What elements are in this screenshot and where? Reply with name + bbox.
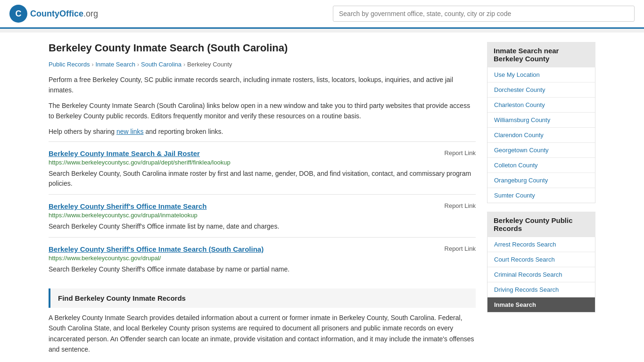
description-1: Perform a free Berkeley County, SC publi… xyxy=(49,74,476,96)
desc3-post: and reporting broken links. xyxy=(144,128,223,135)
page-title: Berkeley County Inmate Search (South Car… xyxy=(49,42,476,54)
clarendon-link[interactable]: Clarendon County xyxy=(487,128,595,142)
find-section-desc: A Berkeley County Inmate Search provides… xyxy=(49,313,476,355)
sumter-link[interactable]: Sumter County xyxy=(487,188,595,203)
sidebar-item-orangeburg[interactable]: Orangeburg County xyxy=(487,173,595,188)
arrest-records-link[interactable]: Arrest Records Search xyxy=(487,237,595,252)
result-item-2: Berkeley County Sheriff's Office Inmate … xyxy=(49,194,476,237)
sidebar-item-criminal-records[interactable]: Criminal Records Search xyxy=(487,267,595,282)
georgetown-link[interactable]: Georgetown County xyxy=(487,143,595,157)
description-2: The Berkeley County Inmate Search (South… xyxy=(49,100,476,122)
logo-icon: C xyxy=(9,5,27,23)
new-links-link[interactable]: new links xyxy=(116,128,144,135)
result-item-1: Berkeley County Inmate Search & Jail Ros… xyxy=(49,141,476,194)
result-item-3: Berkeley County Sheriff's Office Inmate … xyxy=(49,237,476,280)
result-header-1: Berkeley County Inmate Search & Jail Ros… xyxy=(49,149,476,157)
subheader-bar xyxy=(0,29,644,33)
sidebar-item-court-records[interactable]: Court Records Search xyxy=(487,252,595,267)
sidebar-item-colleton[interactable]: Colleton County xyxy=(487,158,595,173)
result-desc-3: Search Berkeley County Sheriff's Office … xyxy=(49,264,476,274)
logo[interactable]: C CountyOffice.org xyxy=(9,5,98,23)
breadcrumb-current: Berkeley County xyxy=(187,61,232,68)
page-layout: Berkeley County Inmate Search (South Car… xyxy=(39,33,605,362)
sidebar-public-records-header: Berkeley County Public Records xyxy=(487,212,595,237)
report-link-3[interactable]: Report Link xyxy=(445,245,476,252)
sidebar: Inmate Search near Berkeley County Use M… xyxy=(487,42,595,355)
breadcrumb-sep-1: › xyxy=(91,61,93,68)
result-title-3[interactable]: Berkeley County Sheriff's Office Inmate … xyxy=(49,245,264,253)
result-url-3[interactable]: https://www.berkeleycountysc.gov/drupal/ xyxy=(49,255,476,262)
result-title-2[interactable]: Berkeley County Sheriff's Office Inmate … xyxy=(49,202,206,210)
court-records-link[interactable]: Court Records Search xyxy=(487,252,595,267)
sidebar-item-arrest-records[interactable]: Arrest Records Search xyxy=(487,237,595,252)
sidebar-item-clarendon[interactable]: Clarendon County xyxy=(487,128,595,143)
sidebar-public-records-list: Arrest Records Search Court Records Sear… xyxy=(487,237,595,313)
inmate-search-link[interactable]: Inmate Search xyxy=(487,297,595,312)
driving-records-link[interactable]: Driving Records Search xyxy=(487,282,595,297)
report-link-2[interactable]: Report Link xyxy=(445,202,476,209)
breadcrumb-inmate-search[interactable]: Inmate Search xyxy=(95,61,135,68)
sidebar-item-georgetown[interactable]: Georgetown County xyxy=(487,143,595,158)
sidebar-item-charleston[interactable]: Charleston County xyxy=(487,98,595,113)
dorchester-link[interactable]: Dorchester County xyxy=(487,82,595,97)
sidebar-public-records-section: Berkeley County Public Records Arrest Re… xyxy=(487,212,595,313)
colleton-link[interactable]: Colleton County xyxy=(487,158,595,173)
sidebar-nearby-list: Use My Location Dorchester County Charle… xyxy=(487,67,595,203)
sidebar-item-sumter[interactable]: Sumter County xyxy=(487,188,595,203)
breadcrumb-public-records[interactable]: Public Records xyxy=(49,61,90,68)
result-url-1[interactable]: https://www.berkeleycountysc.gov/drupal/… xyxy=(49,159,476,166)
result-desc-1: Search Berkeley County, South Carolina i… xyxy=(49,169,476,189)
sidebar-nearby-header: Inmate Search near Berkeley County xyxy=(487,42,595,67)
main-content: Berkeley County Inmate Search (South Car… xyxy=(49,42,476,355)
williamsburg-link[interactable]: Williamsburg County xyxy=(487,113,595,127)
criminal-records-link[interactable]: Criminal Records Search xyxy=(487,267,595,282)
result-desc-2: Search Berkeley County Sheriff's Office … xyxy=(49,222,476,231)
search-bar[interactable] xyxy=(333,6,635,22)
report-link-1[interactable]: Report Link xyxy=(445,149,476,156)
search-input[interactable] xyxy=(333,6,635,22)
breadcrumb: Public Records › Inmate Search › South C… xyxy=(49,61,476,68)
sidebar-item-driving-records[interactable]: Driving Records Search xyxy=(487,282,595,297)
charleston-link[interactable]: Charleston County xyxy=(487,98,595,112)
result-header-3: Berkeley County Sheriff's Office Inmate … xyxy=(49,245,476,253)
sidebar-item-inmate-search[interactable]: Inmate Search xyxy=(487,297,595,312)
breadcrumb-south-carolina[interactable]: South Carolina xyxy=(141,61,182,68)
breadcrumb-sep-3: › xyxy=(183,61,185,68)
description-3: Help others by sharing new links and rep… xyxy=(49,126,476,137)
desc3-pre: Help others by sharing xyxy=(49,128,116,135)
result-url-2[interactable]: https://www.berkeleycountysc.gov/drupal/… xyxy=(49,212,476,219)
use-location-link[interactable]: Use My Location xyxy=(487,67,595,82)
sidebar-item-williamsburg[interactable]: Williamsburg County xyxy=(487,113,595,128)
svg-text:C: C xyxy=(16,9,22,18)
result-title-1[interactable]: Berkeley County Inmate Search & Jail Ros… xyxy=(49,149,200,157)
logo-text: CountyOffice.org xyxy=(30,9,98,19)
sidebar-item-use-location[interactable]: Use My Location xyxy=(487,67,595,82)
result-header-2: Berkeley County Sheriff's Office Inmate … xyxy=(49,202,476,210)
breadcrumb-sep-2: › xyxy=(137,61,139,68)
sidebar-nearby-section: Inmate Search near Berkeley County Use M… xyxy=(487,42,595,203)
sidebar-item-dorchester[interactable]: Dorchester County xyxy=(487,82,595,98)
find-section: Find Berkeley County Inmate Records xyxy=(49,288,476,308)
site-header: C CountyOffice.org xyxy=(0,0,644,29)
find-section-title: Find Berkeley County Inmate Records xyxy=(58,294,468,302)
orangeburg-link[interactable]: Orangeburg County xyxy=(487,173,595,188)
